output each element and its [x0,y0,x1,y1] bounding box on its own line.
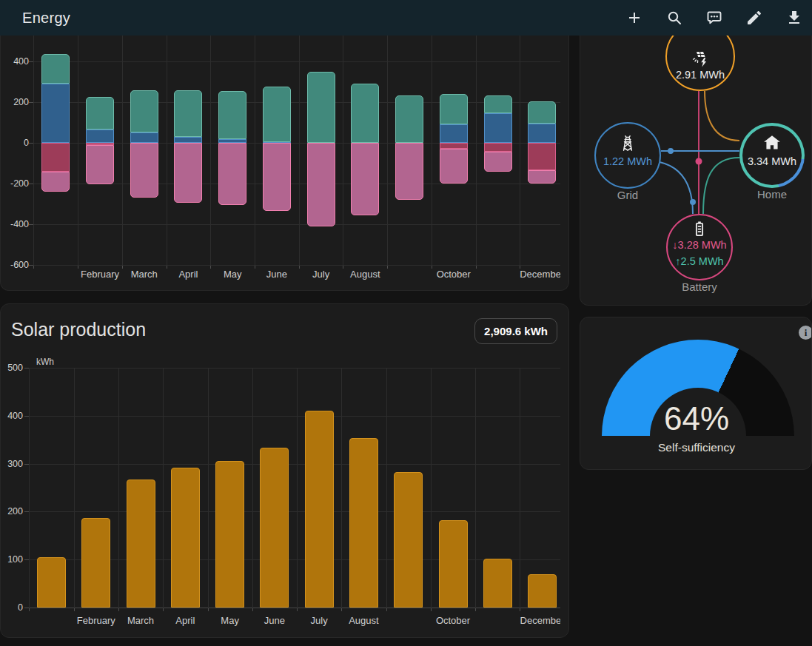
solar-bar[interactable] [37,557,66,608]
usage-bar-segment[interactable] [440,149,468,184]
gridline [29,464,560,465]
usage-bar-segment[interactable] [395,95,423,143]
usage-bar-segment[interactable] [174,90,202,138]
axis-tick [118,608,119,611]
solar-bar[interactable] [81,518,110,608]
gridline [29,368,560,369]
usage-bar-segment[interactable] [86,129,114,143]
axis-tick [29,608,30,611]
solar-production-chart[interactable]: kWh5004003002001000FebruaryMarchAprilMay… [1,304,560,637]
gridline [29,608,560,608]
solar-bar[interactable] [528,574,557,608]
x-axis-label: October [422,615,484,627]
x-axis-label: August [332,615,395,627]
gridline [29,369,30,608]
y-tick-label: 400 [1,410,23,422]
energy-usage-chart[interactable]: 4002000-200-400-600FebruaryMarchAprilMay… [1,36,560,290]
usage-bar-segment[interactable] [351,143,379,215]
x-axis-label: December [511,615,560,627]
axis-tick [252,608,253,611]
usage-bar-segment[interactable] [528,143,556,170]
gridline [122,36,123,266]
solar-bar[interactable] [439,520,468,608]
gridline [33,224,560,225]
y-tick-label: 300 [1,458,23,470]
y-tick-label: 500 [1,362,23,374]
solar-bar[interactable] [260,448,289,608]
y-tick-label: 0 [2,137,29,149]
solar-bar[interactable] [215,461,244,608]
edit-icon[interactable] [745,9,763,27]
gridline [74,369,75,608]
usage-bar-segment[interactable] [484,152,512,171]
gridline [78,36,78,266]
gridline [255,36,255,266]
battery-node-in: ↓3.28 MWh [672,239,726,251]
usage-bar-segment[interactable] [395,143,423,200]
home-node-label: Home [757,188,787,201]
energy-usage-card: 4002000-200-400-600FebruaryMarchAprilMay… [0,36,569,291]
gridline [297,369,298,608]
usage-bar-segment[interactable] [41,84,70,143]
usage-bar-segment[interactable] [130,143,158,198]
usage-bar-segment[interactable] [440,94,468,124]
gridline [163,369,164,608]
usage-bar-segment[interactable] [263,87,291,142]
usage-bar-segment[interactable] [484,143,512,152]
transmission-tower-icon [618,133,638,156]
usage-bar-segment[interactable] [218,91,246,139]
usage-bar-segment[interactable] [130,90,158,132]
info-icon[interactable]: i [799,326,812,340]
usage-bar-segment[interactable] [440,124,468,143]
usage-bar-segment[interactable] [218,143,246,205]
y-tick-label: -600 [2,259,29,271]
solar-bar[interactable] [171,468,200,608]
solar-bar[interactable] [349,438,378,608]
x-axis-label: December [511,269,560,280]
battery-node-out: ↑2.5 MWh [675,255,723,267]
gauge-label: Self-sufficiency [580,441,812,454]
axis-tick [386,608,387,611]
axis-tick [520,608,520,611]
solar-bar[interactable] [127,480,155,608]
usage-bar-segment[interactable] [528,124,556,143]
usage-bar-segment[interactable] [484,95,512,113]
axis-tick [29,265,33,266]
gridline [520,36,520,266]
gridline [299,36,300,266]
gridline [343,36,343,266]
usage-bar-segment[interactable] [86,145,114,184]
usage-bar-segment[interactable] [130,132,158,143]
usage-bar-segment[interactable] [307,143,335,226]
usage-bar-segment[interactable] [307,72,335,143]
usage-bar-segment[interactable] [41,54,70,84]
download-icon[interactable] [785,9,803,27]
home-node-value: 3.34 MWh [748,155,796,167]
usage-bar-segment[interactable] [528,101,556,124]
solar-bar[interactable] [305,411,334,608]
search-icon[interactable] [665,9,683,27]
usage-bar-segment[interactable] [174,137,202,143]
axis-tick [24,511,29,512]
usage-bar-segment[interactable] [528,170,556,184]
usage-bar-segment[interactable] [484,113,512,143]
solar-node-value: 2.91 MWh [676,69,725,81]
usage-bar-segment[interactable] [351,84,379,143]
usage-bar-segment[interactable] [86,97,114,129]
usage-bar-segment[interactable] [263,143,291,211]
y-tick-label: -200 [2,178,29,189]
solar-bar[interactable] [483,559,512,608]
usage-bar-segment[interactable] [41,143,70,172]
solar-bar[interactable] [394,472,423,608]
axis-tick [33,266,34,269]
usage-bar-segment[interactable] [440,143,468,149]
usage-bar-segment[interactable] [41,172,70,192]
self-sufficiency-card: 64% Self-sufficiency i [580,317,812,470]
gridline [29,416,560,417]
gridline [386,369,387,608]
usage-bar-segment[interactable] [174,143,202,203]
add-icon[interactable] [625,9,643,27]
y-tick-label: 200 [1,505,23,517]
axis-tick [29,224,33,225]
comments-icon[interactable] [705,9,723,27]
